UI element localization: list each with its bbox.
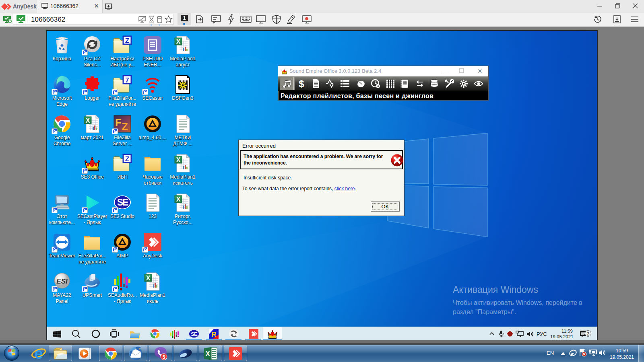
svg-text:X: X xyxy=(176,196,181,203)
svg-text:R: R xyxy=(211,331,216,338)
svg-text:ESI: ESI xyxy=(56,278,68,285)
svg-text:X: X xyxy=(86,117,90,124)
svg-text:X: X xyxy=(176,38,181,45)
svg-text:Z: Z xyxy=(125,155,129,163)
svg-text:Z: Z xyxy=(122,121,128,133)
svg-text:SE: SE xyxy=(191,331,198,337)
svg-text:7: 7 xyxy=(125,76,129,84)
svg-text:F: F xyxy=(115,117,122,129)
svg-text:$: $ xyxy=(299,79,304,88)
svg-text:Z: Z xyxy=(125,37,129,45)
svg-text:X: X xyxy=(146,275,151,282)
svg-text:X: X xyxy=(176,156,181,163)
svg-text:SE: SE xyxy=(117,197,128,208)
